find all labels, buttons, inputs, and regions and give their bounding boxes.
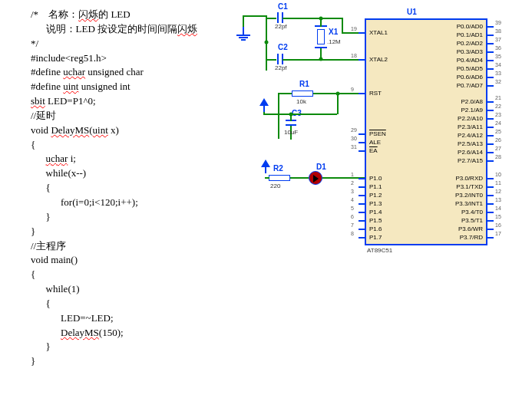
refdes-c1: C1 <box>278 2 288 11</box>
pin-label: P1.0 <box>369 175 382 182</box>
value-r2: 220 <box>270 183 280 189</box>
pin-number: 32 <box>495 79 501 84</box>
pin-number: 37 <box>495 37 501 42</box>
refdes-r1: R1 <box>299 80 309 88</box>
pin-number: 30 <box>351 136 357 141</box>
pin-label: P1.3 <box>369 200 382 207</box>
pin-tick <box>487 135 494 137</box>
value-c2: 22pf <box>275 64 287 71</box>
pin-tick <box>487 203 494 205</box>
pin-label: P1.5 <box>369 217 382 224</box>
pin-label: P0.3/AD3 <box>457 48 483 55</box>
pin-label: P3.1/TXD <box>456 183 483 190</box>
pin-tick <box>487 178 494 179</box>
pin-number: 1 <box>351 172 354 177</box>
pin-label: PSEN <box>369 130 386 137</box>
pin-label: P2.5/A13 <box>458 140 483 147</box>
pin-tick <box>487 237 494 239</box>
refdes-u1: U1 <box>407 8 417 16</box>
pin-label: P2.4/A12 <box>458 132 483 139</box>
pin-tick <box>487 127 494 128</box>
pin-tick <box>487 43 494 44</box>
pin-label: XTAL2 <box>369 56 388 63</box>
pin-label: P2.7/A15 <box>458 157 483 164</box>
pin-tick <box>359 195 365 196</box>
pin-tick <box>487 220 494 222</box>
pin-number: 3 <box>351 189 354 194</box>
pin-number: 27 <box>495 146 501 151</box>
pin-label: ALE <box>369 139 381 146</box>
pin-tick <box>487 26 494 28</box>
pin-number: 8 <box>351 231 354 236</box>
resistor-r2 <box>269 175 290 181</box>
crystal-x1 <box>315 25 327 48</box>
pin-number: 21 <box>495 95 501 100</box>
pin-tick <box>487 143 494 145</box>
pin-label: P0.7/AD7 <box>457 82 483 89</box>
pin-number: 9 <box>351 87 354 92</box>
pin-tick <box>487 60 494 61</box>
pin-tick <box>359 220 365 222</box>
refdes-c2: C2 <box>278 43 288 51</box>
pin-number: 10 <box>495 172 501 177</box>
pin-tick <box>487 229 494 230</box>
pin-tick <box>487 212 494 213</box>
pin-tick <box>487 118 494 120</box>
wire <box>290 114 337 115</box>
pin-label: P2.2/A10 <box>458 115 483 122</box>
pin-number: 36 <box>495 45 501 51</box>
pin-tick <box>359 212 365 213</box>
pin-label: P0.4/AD4 <box>457 57 483 64</box>
value-x1: .12M <box>327 38 341 45</box>
power-symbol <box>261 160 270 167</box>
pin-tick <box>487 85 494 87</box>
refdes-d1: D1 <box>316 163 326 171</box>
pin-tick <box>487 152 494 153</box>
pin-number: 5 <box>351 206 354 211</box>
pin-tick <box>487 160 494 162</box>
pin-label: P3.4/T0 <box>461 209 483 216</box>
pin-tick <box>487 186 494 188</box>
wire <box>243 15 244 27</box>
pin-number: 23 <box>495 112 501 117</box>
pin-label: P0.0/AD0 <box>457 23 483 30</box>
pin-number: 24 <box>495 120 501 126</box>
pin-number: 25 <box>495 129 501 134</box>
pin-label: P0.2/AD2 <box>457 40 483 47</box>
pin-number: 6 <box>351 214 354 219</box>
pin-tick <box>359 203 365 205</box>
pin-label: P2.1/A9 <box>461 107 483 114</box>
value-c3: 10uF <box>284 129 298 136</box>
pin-label: P3.3/INT1 <box>455 200 483 207</box>
wire <box>342 18 343 33</box>
pin-number: 26 <box>495 137 501 143</box>
pin-label: P2.3/A11 <box>458 123 483 130</box>
wire <box>265 167 266 173</box>
pin-tick <box>359 229 365 230</box>
pin-tick <box>359 59 365 61</box>
pin-tick <box>487 101 494 103</box>
pin-number: 33 <box>495 71 501 76</box>
wire <box>266 18 276 19</box>
pin-label: P1.4 <box>369 209 382 216</box>
wire <box>278 93 279 139</box>
pin-label: P3.7/RD <box>460 234 483 241</box>
pin-label: P2.6/A14 <box>458 149 483 156</box>
pin-label: P2.0/A8 <box>461 98 483 105</box>
wire <box>320 18 342 19</box>
pin-label: P3.2/INT0 <box>455 192 483 199</box>
pin-label: P0.6/AD6 <box>457 74 483 81</box>
pin-label: P1.7 <box>369 234 382 241</box>
pin-tick <box>359 150 365 152</box>
pin-tick <box>359 133 365 135</box>
wire <box>278 93 292 94</box>
pin-tick <box>359 186 365 188</box>
pin-tick <box>487 35 494 36</box>
resistor-r1 <box>292 90 313 97</box>
pin-number: 18 <box>351 53 357 58</box>
pin-tick <box>359 142 365 143</box>
pin-tick <box>359 93 365 94</box>
wire <box>265 177 269 179</box>
schematic-panel: C1 22pf C2 22pf X1 .12M R1 <box>230 0 532 408</box>
pin-label: P1.2 <box>369 192 382 199</box>
